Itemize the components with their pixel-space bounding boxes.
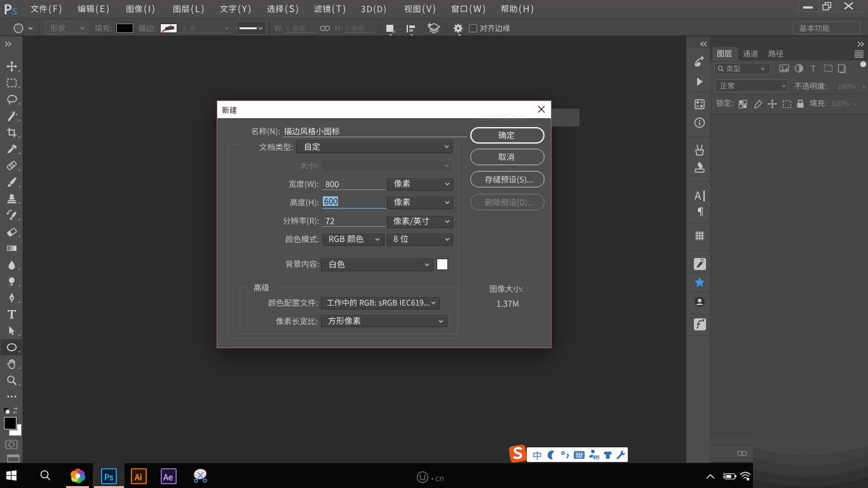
svg-text:24: 24 (594, 456, 599, 460)
